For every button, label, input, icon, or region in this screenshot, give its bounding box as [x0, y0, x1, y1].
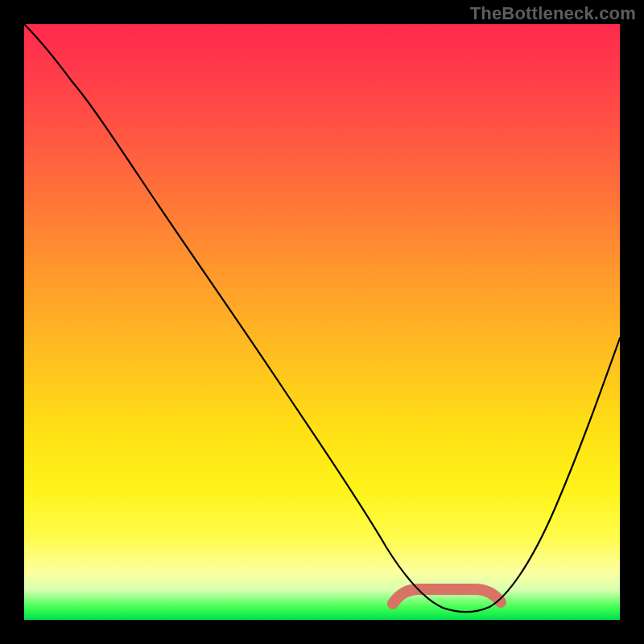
watermark-text: TheBottleneck.com	[470, 3, 636, 24]
bottleneck-curve	[24, 24, 620, 612]
highlight-stroke	[393, 589, 501, 604]
chart-overlay	[24, 24, 620, 620]
chart-frame: TheBottleneck.com	[0, 0, 644, 644]
highlight-min-region	[393, 584, 501, 604]
plot-area	[24, 24, 620, 620]
highlight-dot	[454, 584, 464, 594]
